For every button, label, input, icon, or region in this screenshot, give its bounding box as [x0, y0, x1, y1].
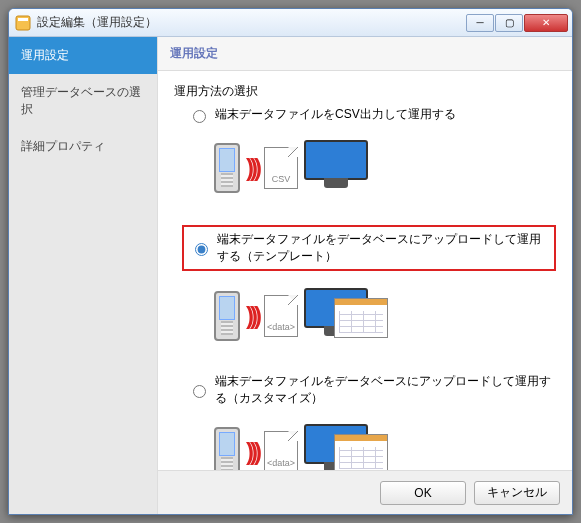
- file-icon: <data>: [264, 295, 298, 337]
- diagram-csv: ))) CSV: [214, 135, 556, 201]
- monitor-wrap: [304, 288, 384, 344]
- svg-rect-1: [18, 18, 28, 21]
- maximize-button[interactable]: ▢: [495, 14, 523, 32]
- option-db-template[interactable]: 端末データファイルをデータベースにアップロードして運用する（テンプレート）: [182, 225, 556, 271]
- main-panel: 運用設定 運用方法の選択 端末データファイルをCSV出力して運用する ))) C…: [157, 37, 572, 514]
- device-icon: [214, 291, 240, 341]
- signal-icon: ))): [246, 438, 258, 466]
- sidebar-item-label: 詳細プロパティ: [21, 139, 105, 153]
- option-db-template-label: 端末データファイルをデータベースにアップロードして運用する（テンプレート）: [217, 231, 548, 265]
- monitor-wrap: [304, 140, 384, 196]
- titlebar[interactable]: 設定編集（運用設定） ─ ▢ ✕: [9, 9, 572, 37]
- sidebar-item-label: 運用設定: [21, 48, 69, 62]
- section-label: 運用方法の選択: [174, 83, 556, 100]
- window-controls: ─ ▢ ✕: [466, 14, 568, 32]
- settings-window: 設定編集（運用設定） ─ ▢ ✕ 運用設定 管理データベースの選択 詳細プロパテ…: [8, 8, 573, 515]
- panel-header: 運用設定: [158, 37, 572, 71]
- signal-icon: ))): [246, 302, 258, 330]
- sidebar-item-database[interactable]: 管理データベースの選択: [9, 74, 157, 128]
- option-db-custom-radio[interactable]: [193, 385, 206, 398]
- ok-button[interactable]: OK: [380, 481, 466, 505]
- panel-content: 運用方法の選択 端末データファイルをCSV出力して運用する ))) CSV: [158, 71, 572, 470]
- monitor-icon: [304, 140, 368, 180]
- close-button[interactable]: ✕: [524, 14, 568, 32]
- window-title: 設定編集（運用設定）: [37, 14, 466, 31]
- option-csv-label: 端末データファイルをCSV出力して運用する: [215, 106, 456, 123]
- sidebar-item-label: 管理データベースの選択: [21, 85, 141, 116]
- cancel-button[interactable]: キャンセル: [474, 481, 560, 505]
- option-db-custom-label: 端末データファイルをデータベースにアップロードして運用する（カスタマイズ）: [215, 373, 556, 407]
- device-icon: [214, 143, 240, 193]
- option-csv-radio[interactable]: [193, 110, 206, 123]
- window-body: 運用設定 管理データベースの選択 詳細プロパティ 運用設定 運用方法の選択 端末…: [9, 37, 572, 514]
- diagram-db-template: ))) <data>: [214, 283, 556, 349]
- file-icon: <data>: [264, 431, 298, 470]
- sidebar: 運用設定 管理データベースの選択 詳細プロパティ: [9, 37, 157, 514]
- file-icon: CSV: [264, 147, 298, 189]
- minimize-button[interactable]: ─: [466, 14, 494, 32]
- diagram-db-custom: ))) <data>: [214, 419, 556, 470]
- sidebar-item-properties[interactable]: 詳細プロパティ: [9, 128, 157, 165]
- sidebar-item-operation[interactable]: 運用設定: [9, 37, 157, 74]
- option-csv[interactable]: 端末データファイルをCSV出力して運用する: [188, 106, 556, 123]
- option-db-template-radio[interactable]: [195, 243, 208, 256]
- app-icon: [15, 15, 31, 31]
- monitor-wrap: [304, 424, 384, 470]
- option-db-custom[interactable]: 端末データファイルをデータベースにアップロードして運用する（カスタマイズ）: [188, 373, 556, 407]
- signal-icon: ))): [246, 154, 258, 182]
- device-icon: [214, 427, 240, 470]
- footer: OK キャンセル: [158, 470, 572, 514]
- db-window-icon: [334, 298, 388, 338]
- db-window-icon: [334, 434, 388, 470]
